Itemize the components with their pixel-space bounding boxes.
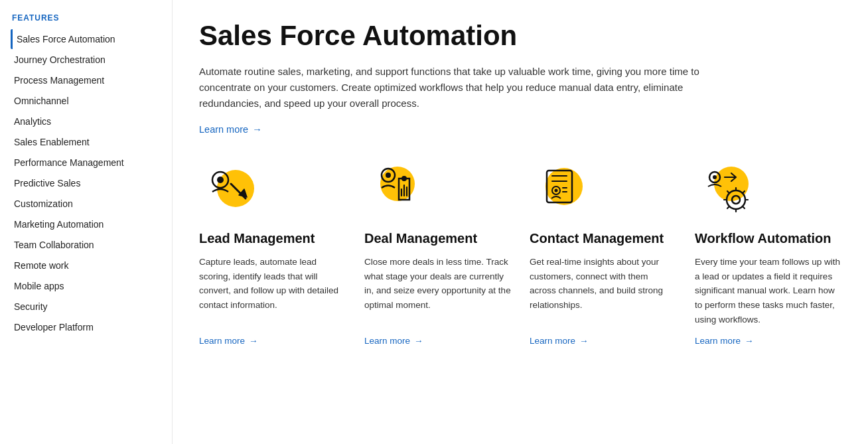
card-description-deal-management: Close more deals in less time. Track wha… <box>364 255 511 327</box>
svg-point-7 <box>545 168 583 205</box>
workflow-icon <box>695 159 755 218</box>
svg-point-5 <box>386 173 391 178</box>
sidebar-item-remote-work[interactable]: Remote work <box>11 256 172 275</box>
svg-point-15 <box>713 175 717 179</box>
sidebar-item-marketing-automation[interactable]: Marketing Automation <box>11 214 172 234</box>
card-title-workflow-automation: Workflow Automation <box>695 230 841 247</box>
sidebar-item-security[interactable]: Security <box>11 297 172 317</box>
svg-point-10 <box>555 189 558 192</box>
sidebar-item-process-management[interactable]: Process Management <box>11 70 172 90</box>
svg-point-11 <box>714 167 749 201</box>
main-learn-more-text: Learn more <box>199 124 248 135</box>
feature-cards-grid: Lead Management Capture leads, automate … <box>199 159 841 346</box>
lead-icon <box>199 159 259 218</box>
card-title-contact-management: Contact Management <box>530 230 676 247</box>
page-title: Sales Force Automation <box>199 20 841 52</box>
card-description-lead-management: Capture leads, automate lead scoring, id… <box>199 255 346 327</box>
feature-card-deal-management: Deal Management Close more deals in less… <box>364 159 511 346</box>
page-description: Automate routine sales, marketing, and s… <box>199 64 717 111</box>
feature-card-workflow-automation: Workflow Automation Every time your team… <box>695 159 841 346</box>
sidebar-item-sales-enablement[interactable]: Sales Enablement <box>11 132 172 152</box>
sidebar-item-analytics[interactable]: Analytics <box>11 111 172 131</box>
sidebar-item-sales-force-automation[interactable]: Sales Force Automation <box>11 29 172 49</box>
sidebar-item-performance-management[interactable]: Performance Management <box>11 153 172 173</box>
sidebar-nav: Sales Force AutomationJourney Orchestrat… <box>11 29 172 337</box>
card-description-contact-management: Get real-time insights about your custom… <box>530 255 676 327</box>
sidebar-item-team-collaboration[interactable]: Team Collaboration <box>11 235 172 255</box>
card-title-deal-management: Deal Management <box>364 230 511 247</box>
card-learn-more-lead-management[interactable]: Learn more → <box>199 336 346 346</box>
card-description-workflow-automation: Every time your team follows up with a l… <box>695 255 841 327</box>
sidebar-item-developer-platform[interactable]: Developer Platform <box>11 317 172 337</box>
main-content: Sales Force Automation Automate routine … <box>173 0 868 444</box>
feature-card-lead-management: Lead Management Capture leads, automate … <box>199 159 346 346</box>
card-learn-more-deal-management[interactable]: Learn more → <box>364 336 511 346</box>
contact-icon <box>530 159 589 218</box>
deal-icon <box>364 159 424 218</box>
sidebar-item-journey-orchestration[interactable]: Journey Orchestration <box>11 50 172 70</box>
sidebar-item-customization[interactable]: Customization <box>11 194 172 214</box>
card-learn-more-contact-management[interactable]: Learn more → <box>530 336 676 346</box>
sidebar-section-label: FEATURES <box>11 13 172 23</box>
feature-card-contact-management: Contact Management Get real-time insight… <box>530 159 676 346</box>
sidebar-item-omnichannel[interactable]: Omnichannel <box>11 91 172 111</box>
sidebar: FEATURES Sales Force AutomationJourney O… <box>0 0 173 444</box>
main-learn-more-link[interactable]: Learn more → <box>199 124 262 135</box>
sidebar-item-mobile-apps[interactable]: Mobile apps <box>11 276 172 296</box>
sidebar-item-predictive-sales[interactable]: Predictive Sales <box>11 173 172 193</box>
svg-point-2 <box>217 177 224 183</box>
card-title-lead-management: Lead Management <box>199 230 346 247</box>
card-learn-more-workflow-automation[interactable]: Learn more → <box>695 336 841 346</box>
svg-point-6 <box>401 176 407 181</box>
main-learn-more-arrow: → <box>252 124 262 135</box>
